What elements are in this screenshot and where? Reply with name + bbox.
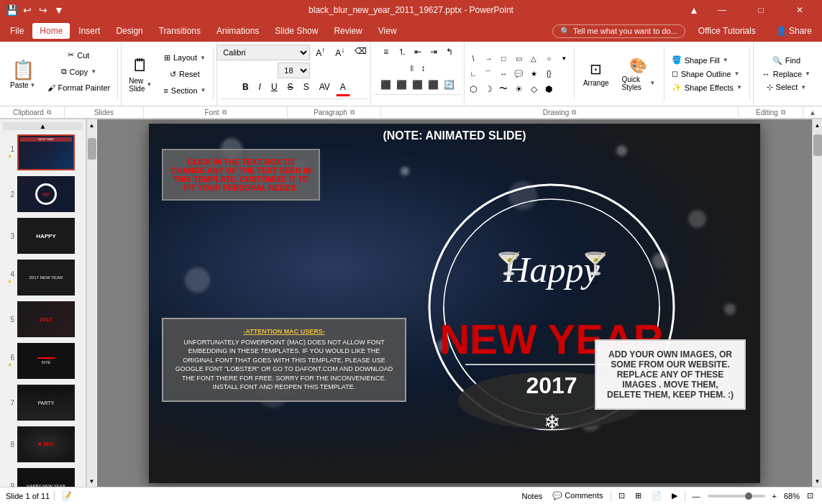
slide-item-4[interactable]: 4 ★ 2017 NEW YEAR bbox=[3, 258, 83, 297]
slide-thumb-9[interactable]: HAPPY NEW YEAR bbox=[17, 468, 75, 487]
slide-thumb-1[interactable]: NEW YEAR bbox=[17, 134, 75, 170]
shape-3d-button[interactable]: ⬡ bbox=[466, 82, 480, 96]
menu-insert[interactable]: Insert bbox=[71, 23, 107, 39]
editing-expand[interactable]: ⧉ bbox=[781, 109, 785, 116]
shape-tri-button[interactable]: △ bbox=[526, 52, 541, 66]
menu-view[interactable]: View bbox=[371, 23, 404, 39]
slide-item-5[interactable]: 5 2017 bbox=[3, 300, 83, 339]
shape-line-button[interactable]: \ bbox=[466, 52, 480, 66]
slide-sorter-button[interactable]: ⊞ bbox=[632, 490, 644, 502]
menu-transitions[interactable]: Transitions bbox=[152, 23, 208, 39]
underline-button[interactable]: U bbox=[267, 81, 282, 96]
shape-brace-button[interactable]: {} bbox=[542, 67, 556, 81]
line-spacing-button[interactable]: ↕ bbox=[418, 61, 428, 75]
scroll-down-arrow[interactable]: ▼ bbox=[87, 475, 97, 487]
italic-button[interactable]: I bbox=[255, 81, 265, 96]
share-button[interactable]: 👤 Share bbox=[769, 23, 819, 39]
zoom-thumb[interactable] bbox=[745, 492, 752, 500]
close-button[interactable]: ✕ bbox=[783, 0, 816, 20]
increase-indent-button[interactable]: ⇥ bbox=[426, 45, 441, 59]
replace-button[interactable]: ↔ Replace ▼ bbox=[757, 68, 816, 80]
font-color-button[interactable]: A bbox=[336, 81, 350, 96]
text-shadow-button[interactable]: S bbox=[299, 81, 314, 96]
minimize-button[interactable]: — bbox=[705, 0, 739, 20]
menu-home[interactable]: Home bbox=[32, 23, 70, 39]
menu-design[interactable]: Design bbox=[109, 23, 150, 39]
paste-button[interactable]: 📋 Paste▼ bbox=[4, 45, 42, 103]
new-slide-button[interactable]: 🗒 NewSlide ▼ bbox=[123, 52, 157, 96]
slide-thumb-7[interactable]: PARTY bbox=[17, 385, 75, 421]
align-center-button[interactable]: ⬛ bbox=[395, 78, 409, 92]
menu-slideshow[interactable]: Slide Show bbox=[268, 23, 325, 39]
slideshow-button[interactable]: ▶ bbox=[669, 490, 680, 502]
shape-callout-button[interactable]: 💬 bbox=[511, 67, 526, 81]
select-button[interactable]: ⊹ Select ▼ bbox=[761, 81, 813, 93]
text-box-mac-notice[interactable]: -ATTENTION MAC USERS- UNFORTUNATELY POWE… bbox=[162, 318, 406, 403]
font-size-select[interactable]: 18 bbox=[278, 63, 310, 78]
char-spacing-button[interactable]: AV bbox=[315, 81, 334, 96]
canvas-scroll-thumb[interactable] bbox=[813, 134, 822, 156]
ribbon-toggle-icon[interactable]: ▲ bbox=[688, 4, 700, 16]
list-numbers-button[interactable]: ⒈ bbox=[395, 45, 409, 59]
drawing-expand[interactable]: ⧉ bbox=[572, 109, 576, 116]
shapes-more-button[interactable]: ▼ bbox=[557, 52, 571, 66]
shape-block-button[interactable]: ⬢ bbox=[542, 82, 556, 96]
shape-sun-button[interactable]: ☀ bbox=[511, 82, 526, 96]
text-box-instructions[interactable]: CLICK IN THE TEXT BOX TO CHANGE ANY OF T… bbox=[162, 149, 320, 201]
fit-slide-button[interactable]: ⊡ bbox=[804, 490, 816, 502]
format-painter-button[interactable]: 🖌Format Painter bbox=[43, 81, 115, 95]
find-button[interactable]: 🔍 Find bbox=[767, 55, 806, 67]
text-box-images[interactable]: ADD YOUR OWN IMAGES, OR SOME FROM OUR WE… bbox=[595, 339, 746, 410]
slide-item-6[interactable]: 6 ★ NYE bbox=[3, 342, 83, 380]
office-tutorials-button[interactable]: Office Tutorials bbox=[691, 23, 763, 39]
reset-button[interactable]: ↺Reset bbox=[159, 67, 210, 82]
smart-art-button[interactable]: 🔄 bbox=[442, 78, 457, 92]
shape-circle-button[interactable]: ○ bbox=[542, 52, 556, 66]
canvas-scroll-down[interactable]: ▼ bbox=[813, 475, 823, 487]
slide-item-8[interactable]: 8 ★ 2017 bbox=[3, 425, 83, 464]
reading-view-button[interactable]: 📄 bbox=[649, 490, 665, 502]
shapes-all-button[interactable] bbox=[557, 67, 571, 81]
rtl-button[interactable]: ↰ bbox=[442, 45, 457, 59]
slide-item-1[interactable]: 1 ★ NEW YEAR bbox=[3, 133, 83, 172]
align-right-button[interactable]: ⬛ bbox=[411, 78, 425, 92]
scroll-thumb[interactable] bbox=[88, 138, 96, 160]
shape-eq-button[interactable]: ∟ bbox=[466, 67, 480, 81]
bold-button[interactable]: B bbox=[238, 81, 253, 96]
clipboard-expand[interactable]: ⧉ bbox=[47, 109, 51, 116]
canvas-scroll-track[interactable] bbox=[813, 131, 823, 475]
strikethrough-button[interactable]: S bbox=[283, 81, 298, 96]
slide-item-2[interactable]: 2 NY bbox=[3, 175, 83, 214]
slide-item-3[interactable]: 3 HAPPY bbox=[3, 216, 83, 255]
slide-thumb-8[interactable]: ★ 2017 bbox=[17, 426, 75, 462]
arrange-button[interactable]: ⊡ Arrange bbox=[577, 58, 615, 90]
align-left-button[interactable]: ⬛ bbox=[379, 78, 393, 92]
zoom-out-button[interactable]: — bbox=[690, 490, 703, 502]
columns-button[interactable]: ⫴ bbox=[407, 61, 416, 75]
justify-button[interactable]: ⬛ bbox=[426, 78, 441, 92]
slide-thumb-6[interactable]: NYE bbox=[17, 343, 75, 379]
shape-fill-button[interactable]: 🪣 Shape Fill ▼ bbox=[667, 54, 746, 66]
para-expand[interactable]: ⧉ bbox=[350, 109, 355, 116]
font-size-decrease-button[interactable]: A↑ bbox=[311, 45, 329, 60]
slide-thumb-4[interactable]: 2017 NEW YEAR bbox=[17, 260, 75, 295]
font-size-increase-button[interactable]: A↓ bbox=[331, 45, 349, 60]
clear-format-button[interactable]: ⌫ bbox=[350, 45, 371, 60]
shape-curved-button[interactable]: ⌒ bbox=[481, 67, 496, 81]
shape-double-button[interactable]: ↔ bbox=[496, 67, 511, 81]
maximize-button[interactable]: □ bbox=[744, 0, 777, 20]
shape-round-rect-button[interactable]: ▭ bbox=[511, 52, 526, 66]
slide-notes-button[interactable]: 📝 bbox=[59, 490, 75, 502]
rl-collapse[interactable]: ▲ bbox=[803, 106, 822, 118]
zoom-slider[interactable] bbox=[708, 495, 765, 498]
scroll-track[interactable] bbox=[87, 131, 97, 475]
copy-button[interactable]: ⧉Copy ▼ bbox=[43, 64, 115, 79]
redo-icon[interactable]: ↪ bbox=[37, 4, 49, 16]
scroll-up-button[interactable]: ▲ bbox=[3, 122, 83, 130]
tell-me-input[interactable]: 🔍 Tell me what you want to do... bbox=[552, 24, 685, 38]
shape-effects-button[interactable]: ✨ Shape Effects ▼ bbox=[667, 81, 746, 93]
font-expand[interactable]: ⧉ bbox=[222, 109, 227, 116]
menu-review[interactable]: Review bbox=[326, 23, 369, 39]
shape-diamond-button[interactable]: ◇ bbox=[526, 82, 541, 96]
quick-styles-button[interactable]: 🎨 Quick Styles ▼ bbox=[616, 54, 662, 94]
